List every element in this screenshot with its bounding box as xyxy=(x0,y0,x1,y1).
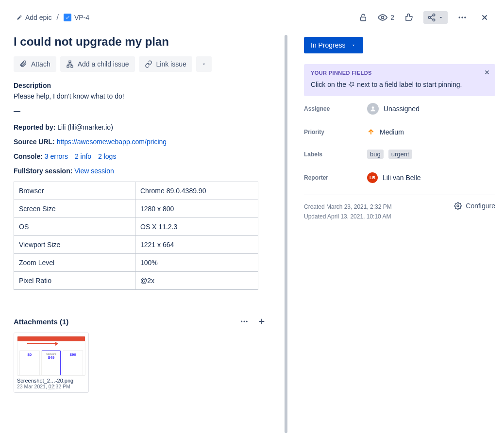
environment-table: BrowserChrome 89.0.4389.90 Screen Size12… xyxy=(14,182,258,290)
breadcrumb-separator: / xyxy=(56,13,58,22)
description-body[interactable]: Please help, I don't know what to do! xyxy=(14,92,284,100)
link-issue-dropdown[interactable] xyxy=(196,56,212,72)
lock-button[interactable] xyxy=(355,10,371,25)
pinned-close-button[interactable] xyxy=(484,69,490,76)
add-epic-link[interactable]: Add epic xyxy=(17,14,51,21)
attachment-ampm: PM xyxy=(63,384,70,389)
attach-button[interactable]: Attach xyxy=(14,56,56,72)
label-tag[interactable]: bug xyxy=(367,150,384,159)
link-issue-label: Link issue xyxy=(156,60,186,68)
reporter-field[interactable]: Reporter LB Lili van Belle xyxy=(304,166,495,190)
add-child-button[interactable]: Add a child issue xyxy=(60,56,135,72)
link-issue-button[interactable]: Link issue xyxy=(139,56,192,72)
labels-field[interactable]: Labels bug urgent xyxy=(304,143,495,166)
table-row: Viewport Size1221 x 664 xyxy=(14,236,258,254)
unassigned-avatar-icon xyxy=(367,103,379,115)
add-epic-label: Add epic xyxy=(25,14,51,21)
configure-button[interactable]: Configure xyxy=(454,202,495,210)
watch-button[interactable]: 2 xyxy=(378,13,394,22)
env-key: Screen Size xyxy=(14,200,135,218)
label-tag[interactable]: urgent xyxy=(388,150,412,159)
source-url-link[interactable]: https://awesomewebapp.com/pricing xyxy=(57,138,167,146)
breadcrumb: Add epic / VP-4 xyxy=(17,13,89,22)
priority-value: Medium xyxy=(380,128,404,136)
action-row: Attach Add a child issue Link issue xyxy=(14,56,284,72)
pinned-hint: Click on the next to a field label to st… xyxy=(311,81,488,88)
scrollbar[interactable] xyxy=(284,31,290,435)
labels-label: Labels xyxy=(304,151,367,158)
gear-icon xyxy=(454,202,462,210)
left-panel: I could not upgrade my plan Attach Add a… xyxy=(0,31,284,435)
fullstory-label: FullStory session: xyxy=(14,167,72,175)
issue-key-link[interactable]: VP-4 xyxy=(64,14,89,21)
env-val: OS X 11.2.3 xyxy=(135,218,258,236)
priority-medium-icon xyxy=(367,128,375,136)
assignee-label: Assignee xyxy=(304,105,367,112)
pinned-fields-box: YOUR PINNED FIELDS Click on the next to … xyxy=(304,64,495,96)
issue-key-label: VP-4 xyxy=(74,14,89,21)
status-button[interactable]: In Progress xyxy=(304,37,363,53)
reported-by-row: Reported by: Lili (lili@marker.io) xyxy=(14,123,284,131)
env-val: 1221 x 664 xyxy=(135,236,258,254)
share-button[interactable] xyxy=(423,11,448,24)
source-url-row: Source URL: https://awesomewebapp.com/pr… xyxy=(14,138,284,146)
table-row: OSOS X 11.2.3 xyxy=(14,218,258,236)
created-timestamp: Created March 23, 2021, 2:32 PM xyxy=(304,202,392,212)
svg-point-15 xyxy=(457,205,459,207)
priority-label: Priority xyxy=(304,129,367,135)
svg-point-12 xyxy=(244,321,245,322)
env-val: @2x xyxy=(135,272,258,290)
issue-title[interactable]: I could not upgrade my plan xyxy=(14,35,284,49)
watch-count: 2 xyxy=(390,14,394,21)
attachment-time: 02:32 xyxy=(49,384,61,389)
top-actions: 2 xyxy=(355,10,492,25)
priority-field[interactable]: Priority Medium xyxy=(304,121,495,143)
env-val: 1280 x 800 xyxy=(135,200,258,218)
attachments-heading: Attachments (1) xyxy=(14,318,68,326)
meta-footer: Created March 23, 2021, 2:32 PM Updated … xyxy=(304,195,495,222)
table-row: Pixel Ratio@2x xyxy=(14,272,258,290)
pinned-heading: YOUR PINNED FIELDS xyxy=(311,70,488,76)
svg-point-11 xyxy=(241,321,242,322)
description-heading: Description xyxy=(14,82,284,89)
svg-point-3 xyxy=(428,17,431,19)
table-row: Screen Size1280 x 800 xyxy=(14,200,258,218)
console-row: Console: 3 errors 2 info 2 logs xyxy=(14,152,284,160)
source-url-label: Source URL: xyxy=(14,138,55,146)
close-button[interactable] xyxy=(477,10,492,25)
chevron-down-icon xyxy=(438,15,444,20)
table-row: BrowserChrome 89.0.4389.90 xyxy=(14,182,258,200)
attachment-date: 23 Mar 2021, xyxy=(17,384,47,389)
reporter-avatar: LB xyxy=(367,172,378,183)
svg-point-4 xyxy=(433,19,435,21)
attachment-card[interactable]: $0 Standard$49 $99 Screenshot_2…-20.png … xyxy=(14,333,89,393)
svg-point-5 xyxy=(459,17,460,18)
more-actions-button[interactable] xyxy=(454,10,470,25)
env-key: Zoom Level xyxy=(14,254,135,272)
console-label: Console: xyxy=(14,152,43,160)
attachment-thumbnail: $0 Standard$49 $99 xyxy=(14,333,88,376)
svg-rect-9 xyxy=(67,66,69,67)
env-val: Chrome 89.0.4389.90 xyxy=(135,182,258,200)
like-button[interactable] xyxy=(401,10,417,25)
svg-point-13 xyxy=(246,321,248,322)
attachment-footer: Screenshot_2…-20.png 23 Mar 2021, 02:32 … xyxy=(14,376,88,392)
attachments-more-button[interactable] xyxy=(240,317,249,326)
env-key: Pixel Ratio xyxy=(14,272,135,290)
svg-point-7 xyxy=(464,17,466,18)
pencil-icon xyxy=(17,15,22,20)
console-errors-link[interactable]: 3 errors xyxy=(45,152,68,160)
top-bar: Add epic / VP-4 2 xyxy=(0,0,504,31)
attach-label: Attach xyxy=(31,60,50,68)
assignee-field[interactable]: Assignee Unassigned xyxy=(304,96,495,121)
svg-rect-8 xyxy=(69,61,71,62)
fullstory-link[interactable]: View session xyxy=(74,167,114,175)
console-logs-link[interactable]: 2 logs xyxy=(98,152,116,160)
attachments-add-button[interactable] xyxy=(257,317,266,326)
issue-type-icon xyxy=(64,14,71,21)
configure-label: Configure xyxy=(466,202,495,210)
console-info-link[interactable]: 2 info xyxy=(75,152,91,160)
pin-icon xyxy=(348,81,355,88)
reported-by-label: Reported by: xyxy=(14,123,55,131)
reporter-label: Reporter xyxy=(304,174,367,181)
